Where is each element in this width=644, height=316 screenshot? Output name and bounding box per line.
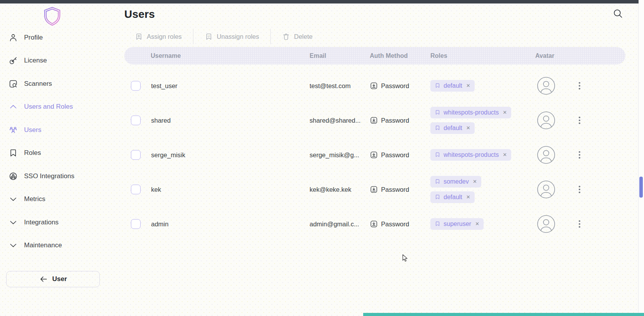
sso-people-icon (9, 172, 18, 181)
users-table-body: test_user test@test.com Password default… (124, 68, 625, 241)
person-icon (9, 33, 18, 42)
avatar (537, 146, 555, 164)
scanner-search-icon (9, 79, 18, 89)
bookmark-icon (435, 109, 440, 115)
sidebar-menu: Profile License Scanners Users and Roles… (0, 26, 117, 257)
email-cell: serge_misik@g... (310, 151, 359, 158)
table-row: shared shared@shared... Password whitesp… (124, 103, 625, 137)
role-chip[interactable]: whitespots-products ✕ (430, 149, 511, 161)
remove-role-icon[interactable]: ✕ (503, 152, 507, 158)
row-menu-kebab-icon[interactable] (576, 185, 583, 194)
auth-method-cell: Password (370, 82, 409, 90)
avatar (537, 215, 555, 233)
column-header-avatar: Avatar (535, 52, 554, 59)
remove-role-icon[interactable]: ✕ (466, 194, 470, 200)
sidebar-item-scanners[interactable]: Scanners (0, 72, 117, 95)
sidebar-item-users[interactable]: Users (0, 118, 117, 142)
sidebar-section-integrations[interactable]: Integrations (0, 211, 117, 234)
row-menu-kebab-icon[interactable] (576, 150, 583, 160)
arrow-left-icon (39, 275, 48, 283)
auth-method-cell: Password (370, 185, 409, 193)
auth-method-label: Password (381, 151, 409, 158)
app-window: Profile License Scanners Users and Roles… (0, 0, 644, 316)
remove-role-icon[interactable]: ✕ (466, 83, 470, 89)
role-chip[interactable]: whitespots-products ✕ (430, 107, 511, 118)
column-header-email: Email (310, 52, 326, 59)
sidebar-item-label: Users (24, 126, 41, 134)
scrollbar-track[interactable] (638, 0, 644, 316)
row-menu-kebab-icon[interactable] (576, 81, 583, 90)
bookmark-plus-icon (135, 33, 143, 41)
sidebar-item-roles[interactable]: Roles (0, 142, 117, 165)
chevron-down-icon (9, 194, 18, 204)
row-checkbox[interactable] (131, 81, 141, 90)
remove-role-icon[interactable]: ✕ (475, 221, 479, 227)
row-checkbox[interactable] (131, 115, 141, 125)
remove-role-icon[interactable]: ✕ (503, 109, 507, 115)
role-chip[interactable]: superuser ✕ (430, 218, 484, 230)
row-checkbox[interactable] (131, 184, 141, 194)
page-title: Users (124, 8, 155, 21)
auth-method-cell: Password (370, 151, 409, 159)
remove-role-icon[interactable]: ✕ (466, 125, 470, 131)
password-download-icon (370, 116, 378, 124)
users-group-icon (9, 125, 18, 135)
row-menu-kebab-icon[interactable] (576, 116, 583, 125)
username-cell: shared (151, 116, 171, 124)
scrollbar-thumb[interactable] (639, 177, 643, 198)
sidebar-section-maintenance[interactable]: Maintenance (0, 234, 117, 257)
sidebar-item-label: Maintenance (24, 241, 62, 249)
role-chip[interactable]: default ✕ (430, 122, 475, 134)
bookmark-icon (435, 179, 440, 184)
recording-progress-bar (363, 313, 644, 316)
row-checkbox[interactable] (131, 150, 141, 160)
email-cell: shared@shared... (310, 116, 360, 124)
bulk-actions-toolbar: Assign roles Unassign roles Delete (135, 28, 313, 45)
roles-cell: whitespots-products ✕ (430, 149, 511, 161)
assign-roles-label: Assign roles (147, 33, 182, 40)
role-chip-label: whitespots-products (444, 151, 499, 158)
password-download-icon (370, 220, 378, 228)
role-chip[interactable]: somedev ✕ (430, 176, 481, 188)
row-menu-kebab-icon[interactable] (576, 219, 583, 229)
bookmark-icon (435, 221, 440, 227)
remove-role-icon[interactable]: ✕ (473, 179, 477, 184)
top-accent-bar (0, 0, 639, 3)
bookmark-icon (435, 194, 440, 200)
delete-label: Delete (294, 33, 313, 40)
role-chip[interactable]: default ✕ (430, 80, 475, 92)
main-content: Users Assign roles Unassign roles Delete… (124, 3, 629, 316)
sidebar-section-users-and-roles[interactable]: Users and Roles (0, 95, 117, 119)
auth-method-label: Password (381, 82, 409, 89)
trash-icon (282, 33, 290, 41)
back-button-label: User (52, 275, 67, 283)
password-download-icon (370, 151, 378, 159)
search-icon[interactable] (613, 9, 623, 19)
table-row: serge_misik serge_misik@g... Password wh… (124, 137, 625, 172)
unassign-roles-label: Unassign roles (217, 33, 259, 40)
unassign-roles-button[interactable]: Unassign roles (205, 33, 259, 41)
assign-roles-button[interactable]: Assign roles (135, 33, 182, 41)
sidebar-item-license[interactable]: License (0, 49, 117, 73)
username-cell: admin (151, 220, 169, 227)
table-row: kek kek@keke.kek Password somedev ✕ defa… (124, 172, 625, 207)
sidebar-item-label: SSO Integrations (24, 172, 74, 180)
email-cell: test@test.com (310, 82, 351, 89)
sidebar-section-metrics[interactable]: Metrics (0, 188, 117, 211)
table-row: test_user test@test.com Password default… (124, 68, 625, 103)
role-chip-label: default (444, 82, 462, 89)
back-to-user-button[interactable]: User (6, 271, 100, 287)
delete-button[interactable]: Delete (282, 33, 313, 41)
avatar (537, 76, 555, 95)
username-cell: test_user (151, 82, 178, 89)
roles-cell: superuser ✕ (430, 218, 484, 230)
password-download-icon (370, 185, 378, 193)
row-checkbox[interactable] (131, 219, 141, 229)
sidebar-item-sso-integrations[interactable]: SSO Integrations (0, 165, 117, 188)
table-row: admin admin@gmail.c... Password superuse… (124, 207, 625, 241)
role-chip-label: superuser (444, 221, 471, 227)
auth-method-cell: Password (370, 116, 409, 124)
role-chip[interactable]: default ✕ (430, 191, 475, 203)
sidebar-item-profile[interactable]: Profile (0, 26, 117, 49)
sidebar-item-label: Integrations (24, 219, 59, 226)
